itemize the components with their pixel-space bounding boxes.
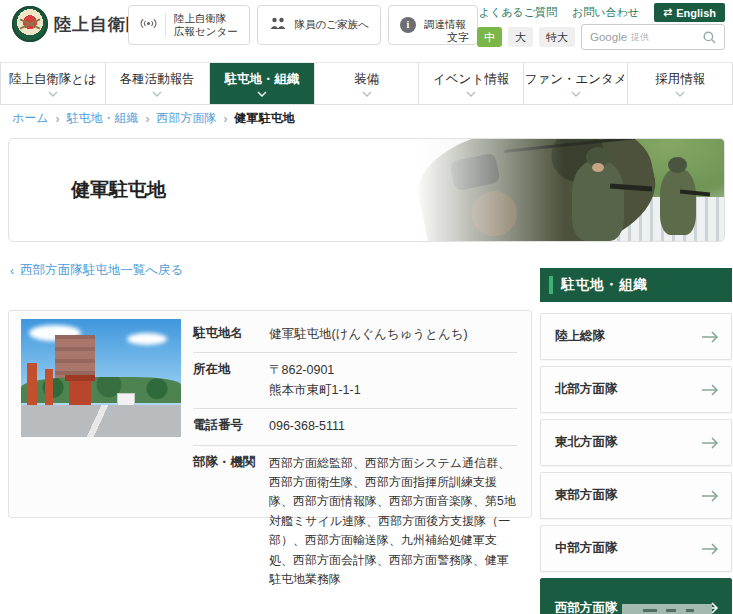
main-nav: 陸上自衛隊とは 各種活動報告 駐屯地・組織 装備 イベント情報 ファン・エンタメ… bbox=[0, 62, 733, 105]
sidebar-item-ground-component-command[interactable]: 陸上総隊 bbox=[540, 313, 732, 360]
chevron-down-icon bbox=[466, 91, 476, 97]
row-label-address: 所在地 bbox=[193, 361, 269, 400]
breadcrumb-bases[interactable]: 駐屯地・組織 bbox=[67, 110, 139, 127]
arrow-right-icon bbox=[701, 543, 719, 555]
hero-photo-fade bbox=[414, 139, 564, 241]
breadcrumb-home[interactable]: ホーム bbox=[12, 110, 49, 127]
text-size-label: 文字 bbox=[447, 30, 469, 45]
english-button[interactable]: ⇄ English bbox=[654, 3, 725, 22]
garrison-photo-gate bbox=[45, 369, 53, 409]
garrison-photo-cloud bbox=[127, 333, 167, 345]
breadcrumb-separator: › bbox=[49, 112, 67, 126]
garrison-info-card: 駐屯地名 健軍駐屯地(けんぐんちゅうとんち) 所在地 〒862-0901 熊本市… bbox=[8, 310, 532, 518]
divider bbox=[165, 13, 166, 37]
nav-events[interactable]: イベント情報 bbox=[419, 63, 524, 104]
translate-icon: ⇄ bbox=[663, 6, 672, 19]
chevron-down-icon bbox=[257, 91, 267, 97]
nav-fan-entertainment[interactable]: ファン・エンタメ bbox=[524, 63, 629, 104]
arrow-right-icon bbox=[701, 331, 719, 343]
garrison-photo-gate bbox=[27, 363, 37, 409]
chevron-down-icon bbox=[48, 91, 58, 97]
table-row: 電話番号 096-368-5111 bbox=[193, 409, 517, 445]
garrison-photo-guard-booth bbox=[69, 381, 91, 407]
header-controls: 文字 中 大 特大 Google 提供 bbox=[447, 24, 725, 50]
arrow-right-icon bbox=[701, 490, 719, 502]
nav-equipment[interactable]: 装備 bbox=[315, 63, 420, 104]
breadcrumb-western-army[interactable]: 西部方面隊 bbox=[157, 110, 217, 127]
row-value-name: 健軍駐屯地(けんぐんちゅうとんち) bbox=[269, 325, 517, 344]
search-icon bbox=[703, 31, 716, 44]
utility-links: よくあるご質問 お問い合わせ ⇄ English bbox=[479, 3, 725, 22]
search-placeholder-brand: Google bbox=[590, 31, 627, 43]
english-label: English bbox=[676, 7, 716, 19]
faq-link[interactable]: よくあるご質問 bbox=[479, 5, 557, 20]
family-button[interactable]: 隊員のご家族へ bbox=[257, 5, 381, 45]
sidebar-header: 駐屯地・組織 bbox=[540, 268, 732, 302]
search-input[interactable]: Google 提供 bbox=[581, 24, 725, 50]
breadcrumb: ホーム › 駐屯地・組織 › 西部方面隊 › 健軍駐屯地 bbox=[12, 110, 295, 127]
page: { "header": { "brand": "陸上自衛隊", "quick_b… bbox=[0, 0, 733, 614]
pr-center-button[interactable]: 陸上自衛隊 広報センター bbox=[128, 5, 250, 45]
breadcrumb-current: 健軍駐屯地 bbox=[235, 110, 295, 127]
jgsdf-logo[interactable] bbox=[12, 6, 48, 42]
row-label-name: 駐屯地名 bbox=[193, 325, 269, 344]
row-label-units: 部隊・機関 bbox=[193, 454, 269, 590]
page-top-button-partial[interactable] bbox=[622, 604, 712, 614]
arrow-right-icon bbox=[701, 437, 719, 449]
hero-banner: 健軍駐屯地 bbox=[8, 138, 725, 242]
chevron-down-icon bbox=[571, 91, 581, 97]
text-size-xlarge-button[interactable]: 特大 bbox=[539, 27, 575, 47]
sidebar-accent-bar bbox=[549, 276, 553, 294]
back-to-list-label: 西部方面隊駐屯地一覧へ戻る bbox=[20, 262, 183, 279]
back-to-list-link[interactable]: ‹ 西部方面隊駐屯地一覧へ戻る bbox=[10, 262, 183, 279]
hero-photo-soldier bbox=[572, 161, 624, 241]
text-size-medium-button[interactable]: 中 bbox=[477, 27, 502, 47]
header-quick-buttons: 陸上自衛隊 広報センター 隊員のご家族へ i 調達情報 bbox=[128, 5, 478, 45]
chevron-down-icon bbox=[362, 91, 372, 97]
nav-about[interactable]: 陸上自衛隊とは bbox=[0, 63, 106, 104]
garrison-info-table: 駐屯地名 健軍駐屯地(けんぐんちゅうとんち) 所在地 〒862-0901 熊本市… bbox=[193, 317, 517, 598]
row-value-phone: 096-368-5111 bbox=[269, 417, 517, 436]
table-row: 駐屯地名 健軍駐屯地(けんぐんちゅうとんち) bbox=[193, 317, 517, 353]
hero-photo-soldier bbox=[660, 169, 696, 235]
table-row: 所在地 〒862-0901 熊本市東町1-1-1 bbox=[193, 353, 517, 409]
sidebar-item-middle-army[interactable]: 中部方面隊 bbox=[540, 525, 732, 572]
garrison-photo bbox=[21, 319, 181, 437]
table-row: 部隊・機関 西部方面総監部、西部方面システム通信群、西部方面衛生隊、西部方面指揮… bbox=[193, 446, 517, 598]
nav-activities[interactable]: 各種活動報告 bbox=[106, 63, 211, 104]
search-placeholder-provided: 提供 bbox=[631, 31, 649, 44]
nav-recruitment[interactable]: 採用情報 bbox=[628, 63, 733, 104]
chevron-down-icon bbox=[675, 91, 685, 97]
sidebar-item-eastern-army[interactable]: 東部方面隊 bbox=[540, 472, 732, 519]
contact-link[interactable]: お問い合わせ bbox=[572, 5, 639, 20]
family-label: 隊員のご家族へ bbox=[295, 18, 369, 31]
row-label-phone: 電話番号 bbox=[193, 417, 269, 436]
pr-center-label: 陸上自衛隊 広報センター bbox=[174, 12, 238, 38]
row-value-units: 西部方面総監部、西部方面システム通信群、西部方面衛生隊、西部方面指揮所訓練支援隊… bbox=[269, 454, 517, 590]
chevron-down-icon bbox=[152, 91, 162, 97]
hero-photo bbox=[414, 139, 724, 241]
people-icon bbox=[269, 17, 287, 33]
sidebar-item-northeastern-army[interactable]: 東北方面隊 bbox=[540, 419, 732, 466]
info-icon: i bbox=[400, 17, 416, 33]
antenna-icon bbox=[140, 17, 157, 33]
text-size-large-button[interactable]: 大 bbox=[508, 27, 533, 47]
chevron-left-icon: ‹ bbox=[10, 264, 14, 278]
breadcrumb-separator: › bbox=[217, 112, 235, 126]
page-title: 健軍駐屯地 bbox=[71, 177, 166, 203]
row-value-address: 〒862-0901 熊本市東町1-1-1 bbox=[269, 361, 517, 400]
garrison-photo-ground bbox=[21, 405, 181, 437]
sidebar-title: 駐屯地・組織 bbox=[561, 276, 648, 294]
sidebar-item-northern-army[interactable]: 北部方面隊 bbox=[540, 366, 732, 413]
arrow-right-icon bbox=[701, 384, 719, 396]
nav-bases-organization[interactable]: 駐屯地・組織 bbox=[210, 63, 315, 104]
breadcrumb-separator: › bbox=[139, 112, 157, 126]
